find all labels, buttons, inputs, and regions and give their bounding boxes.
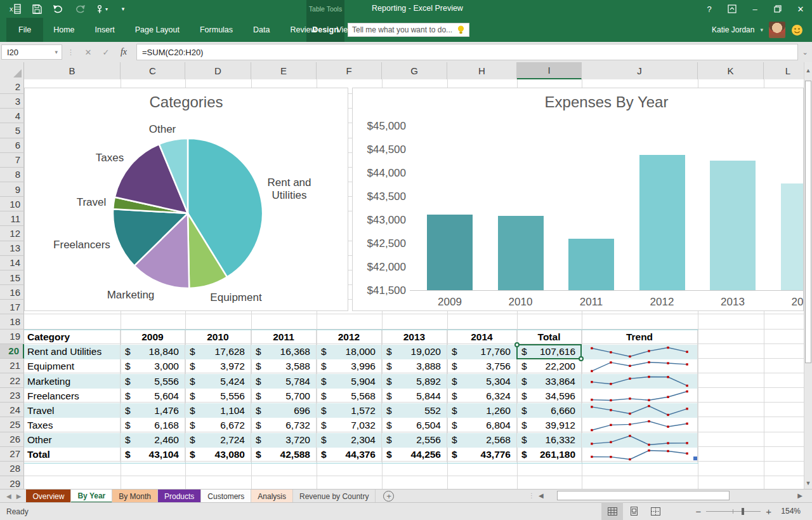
column-header-G[interactable]: G: [382, 62, 447, 79]
total-cell[interactable]: $261,180: [517, 448, 582, 462]
row-header-16[interactable]: 16: [0, 285, 24, 300]
user-avatar[interactable]: [769, 22, 785, 38]
total-cell[interactable]: $34,596: [517, 389, 582, 403]
hscroll-left-arrow-icon[interactable]: ◀: [539, 492, 544, 499]
table-resize-handle[interactable]: [693, 457, 697, 460]
ribbon-display-options-button[interactable]: [721, 0, 743, 18]
column-header-K[interactable]: K: [698, 62, 764, 79]
value-cell[interactable]: $3,756: [447, 359, 517, 374]
value-cell[interactable]: $2,556: [382, 433, 447, 448]
enter-entry-button[interactable]: ✓: [97, 48, 115, 57]
value-cell[interactable]: $1,104: [185, 403, 251, 418]
row-header-19[interactable]: 19: [0, 330, 24, 344]
page-layout-view-button[interactable]: [623, 502, 645, 520]
column-header-H[interactable]: H: [447, 62, 517, 79]
name-box[interactable]: I20 ▾: [1, 44, 62, 60]
tab-design[interactable]: Design: [306, 18, 344, 42]
value-cell[interactable]: $3,996: [317, 359, 382, 374]
value-cell[interactable]: $5,700: [251, 389, 317, 403]
expand-formula-bar-button[interactable]: ⌄: [798, 48, 812, 57]
trend-sparkline-cell[interactable]: [582, 359, 698, 374]
value-cell[interactable]: $5,424: [185, 374, 251, 389]
new-sheet-button[interactable]: +: [383, 491, 394, 502]
customize-qat-button[interactable]: ▾: [117, 3, 129, 15]
value-cell[interactable]: $5,784: [251, 374, 317, 389]
hscroll-thumb[interactable]: [557, 491, 730, 500]
zoom-slider-thumb[interactable]: [742, 508, 744, 515]
table-header-2010[interactable]: 2010: [185, 330, 251, 345]
tab-formulas[interactable]: Formulas: [190, 18, 243, 42]
category-cell[interactable]: Other: [24, 433, 121, 448]
sheet-tab-customers[interactable]: Customers: [201, 490, 251, 503]
worksheet-grid[interactable]: Categories Rent and UtilitiesEquipmentMa…: [0, 79, 804, 489]
row-header-4[interactable]: 4: [0, 109, 24, 123]
value-cell[interactable]: $2,724: [185, 433, 251, 448]
category-cell[interactable]: Marketing: [24, 374, 121, 389]
total-cell[interactable]: $22,200: [517, 359, 582, 374]
pie-chart-object[interactable]: Categories Rent and UtilitiesEquipmentMa…: [24, 88, 348, 311]
category-cell[interactable]: Equipment: [24, 359, 121, 374]
value-cell[interactable]: $18,000: [317, 345, 382, 359]
feedback-smiley-icon[interactable]: [791, 24, 803, 36]
row-header-3[interactable]: 3: [0, 94, 24, 109]
value-cell[interactable]: $5,304: [447, 374, 517, 389]
tab-insert[interactable]: Insert: [85, 18, 125, 42]
column-header-L[interactable]: L: [764, 62, 804, 79]
row-header-18[interactable]: 18: [0, 314, 24, 329]
value-cell[interactable]: $3,888: [382, 359, 447, 374]
table-header-category[interactable]: Category: [24, 330, 121, 345]
value-cell[interactable]: $3,000: [121, 359, 185, 374]
selection-handle-bottom-right[interactable]: [579, 356, 584, 361]
sheet-tab-revenue-by-country[interactable]: Revenue by Country: [293, 490, 376, 503]
value-cell[interactable]: $2,568: [447, 433, 517, 448]
vscroll-down-arrow-icon[interactable]: ▼: [804, 480, 812, 486]
value-cell[interactable]: $19,020: [382, 345, 447, 359]
category-cell[interactable]: Total: [24, 448, 121, 462]
value-cell[interactable]: $43,080: [185, 448, 251, 462]
tab-home[interactable]: Home: [43, 18, 84, 42]
value-cell[interactable]: $6,804: [447, 418, 517, 432]
row-header-10[interactable]: 10: [0, 197, 24, 211]
value-cell[interactable]: $16,368: [251, 345, 317, 359]
column-header-B[interactable]: B: [24, 62, 121, 79]
row-header-23[interactable]: 23: [0, 388, 24, 403]
total-cell[interactable]: $33,864: [517, 374, 582, 389]
minimize-button[interactable]: –: [743, 0, 766, 18]
category-cell[interactable]: Rent and Utilities: [24, 345, 121, 359]
horizontal-scrollbar[interactable]: ⋮ ◀ ▶: [528, 490, 804, 501]
row-header-14[interactable]: 14: [0, 256, 24, 270]
value-cell[interactable]: $44,256: [382, 448, 447, 462]
total-cell[interactable]: $39,912: [517, 418, 582, 432]
value-cell[interactable]: $3,720: [251, 433, 317, 448]
row-header-13[interactable]: 13: [0, 241, 24, 256]
user-name[interactable]: Katie Jordan: [712, 25, 754, 34]
value-cell[interactable]: $5,844: [382, 389, 447, 403]
row-header-24[interactable]: 24: [0, 403, 24, 417]
tab-page-layout[interactable]: Page Layout: [125, 18, 190, 42]
table-header-trend[interactable]: Trend: [582, 330, 698, 345]
sheet-tab-analysis[interactable]: Analysis: [251, 490, 293, 503]
row-header-28[interactable]: 28: [0, 462, 24, 476]
zoom-out-button[interactable]: −: [695, 506, 701, 517]
value-cell[interactable]: $3,972: [185, 359, 251, 374]
sheet-nav-right-icon[interactable]: ▶: [16, 493, 22, 500]
row-header-2[interactable]: 2: [0, 79, 24, 94]
zoom-in-button[interactable]: +: [766, 506, 771, 517]
value-cell[interactable]: $5,568: [317, 389, 382, 403]
normal-view-button[interactable]: [601, 502, 623, 520]
value-cell[interactable]: $18,840: [121, 345, 185, 359]
row-header-29[interactable]: 29: [0, 476, 24, 489]
expenses-table[interactable]: Category200920102011201220132014TotalTre…: [24, 330, 698, 463]
value-cell[interactable]: $3,588: [251, 359, 317, 374]
row-header-6[interactable]: 6: [0, 138, 24, 153]
hscroll-right-arrow-icon[interactable]: ▶: [797, 492, 802, 499]
value-cell[interactable]: $17,760: [447, 345, 517, 359]
value-cell[interactable]: $7,032: [317, 418, 382, 432]
value-cell[interactable]: $6,504: [382, 418, 447, 432]
vscroll-up-arrow-icon[interactable]: ▲: [804, 67, 812, 74]
restore-button[interactable]: [766, 0, 789, 18]
row-header-25[interactable]: 25: [0, 417, 24, 432]
trend-sparkline-cell[interactable]: [582, 448, 698, 462]
trend-sparkline-cell[interactable]: [582, 403, 698, 418]
row-header-20[interactable]: 20: [0, 344, 24, 359]
